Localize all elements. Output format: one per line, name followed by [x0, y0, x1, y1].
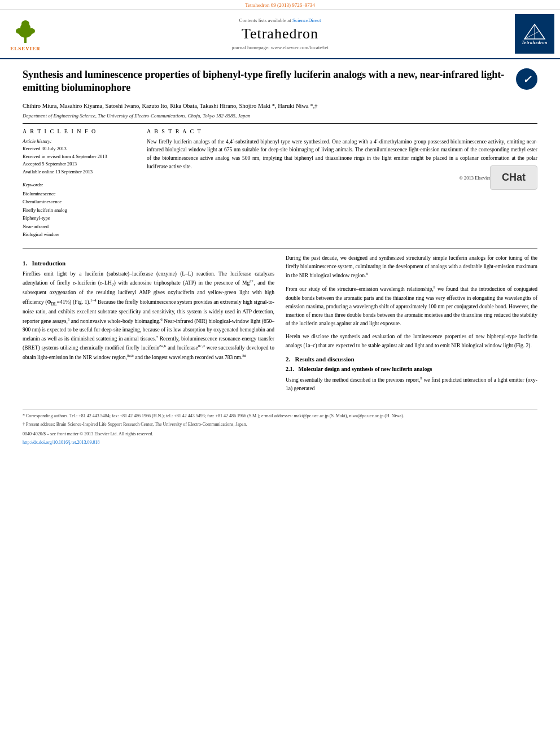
article-footer: * Corresponding authors. Tel.: +81 42 44… — [23, 409, 537, 446]
results-number: 2. — [286, 356, 290, 362]
article-info-col: A R T I C L E I N F O Article history: R… — [23, 128, 135, 239]
svg-point-4 — [16, 28, 23, 34]
crossmark-icon: ✓ — [516, 68, 537, 90]
journal-citation-banner: Tetrahedron 69 (2013) 9726–9734 — [0, 0, 560, 10]
issn-line: 0040-4020/$ – see front matter © 2013 El… — [23, 431, 537, 438]
tetrahedron-shape-icon — [523, 23, 546, 40]
elsevier-label: ELSEVIER — [10, 46, 41, 51]
abstract-copyright: © 2013 Elsevier Ltd. All rights reserved… — [147, 175, 537, 181]
logo-tet-title: Tetrahedron — [522, 40, 548, 45]
results-section-title: 2. Results and discussion — [286, 356, 537, 362]
intro-paragraph-right-2: From our study of the structure–emission… — [286, 285, 537, 328]
keywords-list: Bioluminescence Chemiluminescence Firefl… — [23, 190, 135, 239]
doi-line: http://dx.doi.org/10.1016/j.tet.2013.09.… — [23, 439, 537, 447]
intro-paragraph-right-3: Herein we disclose the synthesis and eva… — [286, 333, 537, 350]
footnote-text-2: † Present address: Brain Science-Inspire… — [23, 422, 247, 427]
footnote-1: * Corresponding authors. Tel.: +81 42 44… — [23, 413, 537, 420]
journal-title-area: Contents lists available at ScienceDirec… — [51, 14, 509, 54]
sciencedirect-link[interactable]: ScienceDirect — [292, 18, 321, 23]
journal-homepage: journal homepage: www.elsevier.com/locat… — [231, 45, 328, 50]
chat-button[interactable]: CHat — [490, 165, 537, 190]
body-left-col: 1. Introduction Fireflies emit light by … — [23, 254, 274, 398]
intro-paragraph-right-1: During the past decade, we designed and … — [286, 254, 537, 281]
elsevier-logo-area: ELSEVIER — [6, 14, 45, 54]
doi-link[interactable]: http://dx.doi.org/10.1016/j.tet.2013.09.… — [23, 440, 100, 445]
keyword-6: Biological window — [23, 230, 135, 238]
available-online-date: Available online 13 September 2013 — [23, 169, 93, 174]
info-abstract-section: A R T I C L E I N F O Article history: R… — [23, 128, 537, 239]
received-date: Received 30 July 2013 — [23, 146, 67, 151]
article-title: Synthesis and luminescence properties of… — [23, 68, 510, 95]
results-paragraph-1: Using essentially the method described i… — [286, 375, 537, 394]
authors-text: Chihiro Miura, Masahiro Kiyama, Satoshi … — [23, 103, 318, 109]
elsevier-tree-icon — [11, 16, 40, 45]
section-divider-1 — [23, 123, 537, 124]
results-subsection-number: 2.1. — [286, 366, 294, 372]
results-title: Results and discussion — [295, 356, 355, 362]
keyword-3: Firefly luciferin analog — [23, 206, 135, 214]
tetrahedron-logo-box: Tetrahedron — [515, 14, 554, 54]
journal-title: Tetrahedron — [242, 25, 318, 42]
sciencedirect-text: Contents lists available at — [239, 18, 292, 23]
keyword-1: Bioluminescence — [23, 190, 135, 198]
keywords-label: Keywords: — [23, 181, 135, 189]
results-subsection-title-text: Molecular design and synthesis of new lu… — [299, 366, 432, 372]
crossmark-badge[interactable]: ✓ — [516, 68, 537, 90]
svg-point-3 — [21, 20, 29, 27]
article-content: Synthesis and luminescence properties of… — [0, 59, 560, 453]
sciencedirect-line: Contents lists available at ScienceDirec… — [239, 18, 321, 23]
elsevier-logo: ELSEVIER — [6, 16, 45, 51]
issn-text: 0040-4020/$ – see front matter © 2013 El… — [23, 431, 154, 436]
body-section: 1. Introduction Fireflies emit light by … — [23, 254, 537, 398]
article-history: Article history: Received 30 July 2013 R… — [23, 138, 135, 176]
history-label: Article history: — [23, 138, 52, 144]
footnote-text-1: * Corresponding authors. Tel.: +81 42 44… — [23, 413, 404, 418]
affiliation: Department of Engineering Science, The U… — [23, 113, 537, 119]
abstract-header: A B S T R A C T — [147, 128, 537, 134]
footnote-2: † Present address: Brain Science-Inspire… — [23, 421, 537, 429]
body-right-col: During the past decade, we designed and … — [286, 254, 537, 398]
section-divider-2 — [23, 248, 537, 248]
keyword-5: Near-infrared — [23, 222, 135, 230]
keyword-2: Chemiluminescence — [23, 198, 135, 206]
received-revised-date: Received in revised form 4 September 201… — [23, 154, 107, 159]
abstract-col: A B S T R A C T New firefly luciferin an… — [147, 128, 537, 239]
keyword-4: Biphenyl-type — [23, 214, 135, 222]
keywords-section: Keywords: Bioluminescence Chemiluminesce… — [23, 181, 135, 239]
article-info-header: A R T I C L E I N F O — [23, 128, 135, 134]
journal-header: ELSEVIER Contents lists available at Sci… — [0, 10, 560, 59]
banner-text: Tetrahedron 69 (2013) 9726–9734 — [245, 2, 315, 8]
svg-point-5 — [28, 28, 35, 34]
intro-number: 1. — [23, 260, 27, 267]
accepted-date: Accepted 5 September 2013 — [23, 161, 77, 167]
journal-logo-right: Tetrahedron — [515, 14, 554, 54]
intro-section-title: 1. Introduction — [23, 260, 274, 267]
abstract-text: New firefly luciferin analogs of the 4,4… — [147, 138, 537, 171]
intro-title: Introduction — [32, 260, 66, 267]
intro-paragraph-1: Fireflies emit light by a luciferin (sub… — [23, 270, 274, 362]
article-title-section: Synthesis and luminescence properties of… — [23, 68, 537, 95]
svg-text:✓: ✓ — [523, 74, 532, 85]
authors-line: Chihiro Miura, Masahiro Kiyama, Satoshi … — [23, 102, 537, 111]
results-subsection-title: 2.1. Molecular design and synthesis of n… — [286, 366, 537, 372]
